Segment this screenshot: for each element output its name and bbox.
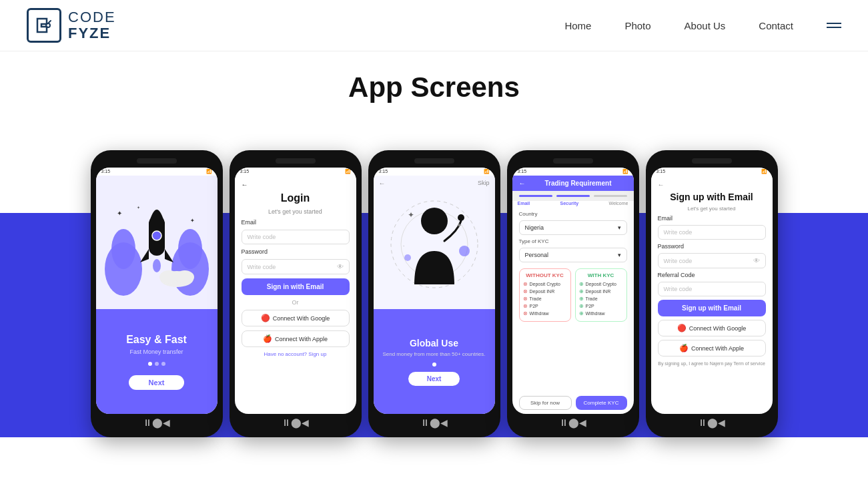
phone5-email-label: Email xyxy=(658,215,766,222)
phone-5-content: ← Sign up with Email Let's get you start… xyxy=(651,176,773,371)
hamburger-menu[interactable] xyxy=(827,23,841,28)
phone-3-back[interactable]: ← xyxy=(379,180,386,187)
svg-text:·: · xyxy=(403,243,404,249)
email-input[interactable]: Write code xyxy=(242,230,350,244)
chevron-down-icon: ▾ xyxy=(618,224,621,231)
phone-1-status: 3:15📶 xyxy=(96,168,218,176)
with-kyc-item-3: ⊕Trade xyxy=(579,296,623,302)
svg-point-12 xyxy=(159,270,178,284)
signup-link[interactable]: Have no account? Sign up xyxy=(242,351,350,357)
phone-1-screen: 3:15📶 xyxy=(96,168,218,414)
phone-4-screen: 3:15📶 ← Trading Requirement Email Securi… xyxy=(512,168,634,414)
with-kyc-col: WITH KYC ⊕Deposit Crypto ⊕Deposit INR ⊕T… xyxy=(575,268,627,322)
nav-home[interactable]: Home xyxy=(564,20,591,31)
with-kyc-item-2: ⊕Deposit INR xyxy=(579,288,623,294)
phone-5-bottom-bar: ⏸⬤◀ xyxy=(691,414,732,429)
main-nav: Home Photo About Us Contact xyxy=(564,20,841,31)
complete-kyc-button[interactable]: Complete KYC xyxy=(576,396,627,410)
phone-3-bottom-bar: ⏸⬤◀ xyxy=(414,414,454,429)
google-signin-button[interactable]: 🔴 Connect With Google xyxy=(242,310,350,326)
phone-5: 3:15📶 ← Sign up with Email Let's get you… xyxy=(646,150,778,437)
signup-subtitle: Let's get you started xyxy=(658,206,766,212)
phone-1-bottom: Easy & Fast Fast Money transfer Next xyxy=(96,309,218,414)
phone5-google-icon: 🔴 xyxy=(677,324,687,332)
phone-1-title: Easy & Fast xyxy=(126,334,187,346)
email-label: Email xyxy=(242,219,350,226)
phone5-referral-input[interactable]: Write code xyxy=(658,282,766,296)
phone-1-subtitle: Fast Money transfer xyxy=(129,348,183,355)
phone-1-notch xyxy=(137,158,177,164)
without-kyc-item-1: ⊗Deposit Crypto xyxy=(523,281,567,287)
country-label: Country xyxy=(519,211,627,217)
phone-1-next-button[interactable]: Next xyxy=(129,375,185,390)
svg-point-21 xyxy=(459,246,470,256)
phone-3-next-btn[interactable]: Next xyxy=(408,372,460,386)
login-subtitle: Let's get you started xyxy=(242,208,350,215)
without-kyc-item-5: ⊗Withdraw xyxy=(523,310,567,316)
svg-point-7 xyxy=(153,259,161,272)
phone5-password-label: Password xyxy=(658,243,766,250)
phone-3-subtitle: Send money from more than 50+ countries. xyxy=(382,351,485,357)
phone-4: 3:15📶 ← Trading Requirement Email Securi… xyxy=(507,150,639,437)
phone-4-body: Country Nigeria ▾ Type of KYC Personal ▾… xyxy=(512,206,634,392)
section-title: App Screens xyxy=(0,51,868,117)
phone-1-dots xyxy=(148,362,165,366)
step-1 xyxy=(519,195,552,197)
password-input[interactable]: Write code 👁 xyxy=(242,259,350,274)
phone5-referral-label: Referral Code xyxy=(658,272,766,278)
eye-icon: 👁 xyxy=(337,263,344,270)
phone-3-dot xyxy=(432,362,436,367)
main-content: App Screens 3:15📶 xyxy=(0,51,868,437)
phone-5-notch xyxy=(692,158,732,164)
svg-point-6 xyxy=(152,231,161,240)
nav-contact[interactable]: Contact xyxy=(759,20,793,31)
phone-2-bottom-bar: ⏸⬤◀ xyxy=(275,414,316,429)
phone-2-back[interactable]: ← xyxy=(242,181,350,188)
kyc-comparison: WITHOUT KYC ⊗Deposit Crypto ⊗Deposit INR… xyxy=(519,268,627,322)
phone-5-screen: 3:15📶 ← Sign up with Email Let's get you… xyxy=(651,168,773,414)
phone-3-screen: 3:15📶 ← Skip xyxy=(374,168,495,414)
phone5-signup-button[interactable]: Sign up with Email xyxy=(658,300,766,316)
step-3 xyxy=(594,195,627,197)
signin-button[interactable]: Sign in with Email xyxy=(242,278,350,295)
kyc-label: Type of KYC xyxy=(519,238,627,244)
step-2 xyxy=(556,195,590,197)
step-labels: Email Security Welcome xyxy=(512,201,634,206)
phone5-email-input[interactable]: Write code xyxy=(658,225,766,240)
phone5-apple-icon: 🍎 xyxy=(679,344,689,352)
svg-text:✦: ✦ xyxy=(137,206,140,210)
without-kyc-col: WITHOUT KYC ⊗Deposit Crypto ⊗Deposit INR… xyxy=(519,268,571,322)
phone-3-skip[interactable]: Skip xyxy=(478,180,490,186)
phone5-apple-button[interactable]: 🍎 Connect With Apple xyxy=(658,340,766,356)
progress-bar xyxy=(512,191,634,201)
kyc-select[interactable]: Personal ▾ xyxy=(519,248,627,262)
header: CODE FYZE Home Photo About Us Contact xyxy=(0,0,868,51)
phone-5-back[interactable]: ← xyxy=(658,181,766,188)
phone-4-back[interactable]: ← xyxy=(519,180,526,187)
apple-signin-button[interactable]: 🍎 Connect With Apple xyxy=(242,330,350,347)
email-placeholder: Write code xyxy=(248,234,276,240)
nav-about[interactable]: About Us xyxy=(685,20,726,31)
phone5-google-button[interactable]: 🔴 Connect With Google xyxy=(658,320,766,336)
phone-3-notch xyxy=(414,158,454,164)
login-title: Login xyxy=(242,192,350,204)
password-placeholder: Write code xyxy=(248,264,276,270)
skip-now-button[interactable]: Skip for now xyxy=(519,396,572,410)
svg-point-4 xyxy=(178,229,202,269)
without-kyc-header: WITHOUT KYC xyxy=(523,272,567,278)
step-label-welcome: Welcome xyxy=(608,201,628,206)
svg-text:✦: ✦ xyxy=(456,222,462,229)
svg-text:✦: ✦ xyxy=(117,210,122,217)
phone-4-notch xyxy=(553,158,593,164)
country-value: Nigeria xyxy=(525,224,544,231)
phones-container: 3:15📶 xyxy=(0,117,868,437)
svg-point-17 xyxy=(458,214,464,221)
nav-photo[interactable]: Photo xyxy=(624,20,650,31)
phone-1: 3:15📶 xyxy=(91,150,223,437)
country-select[interactable]: Nigeria ▾ xyxy=(519,220,627,235)
step-label-email: Email xyxy=(518,201,530,206)
phone5-password-input[interactable]: Write code 👁 xyxy=(658,253,766,268)
password-label: Password xyxy=(242,248,350,255)
phone-2-status: 3:15📶 xyxy=(235,168,356,176)
phone5-eye-icon: 👁 xyxy=(753,257,760,264)
